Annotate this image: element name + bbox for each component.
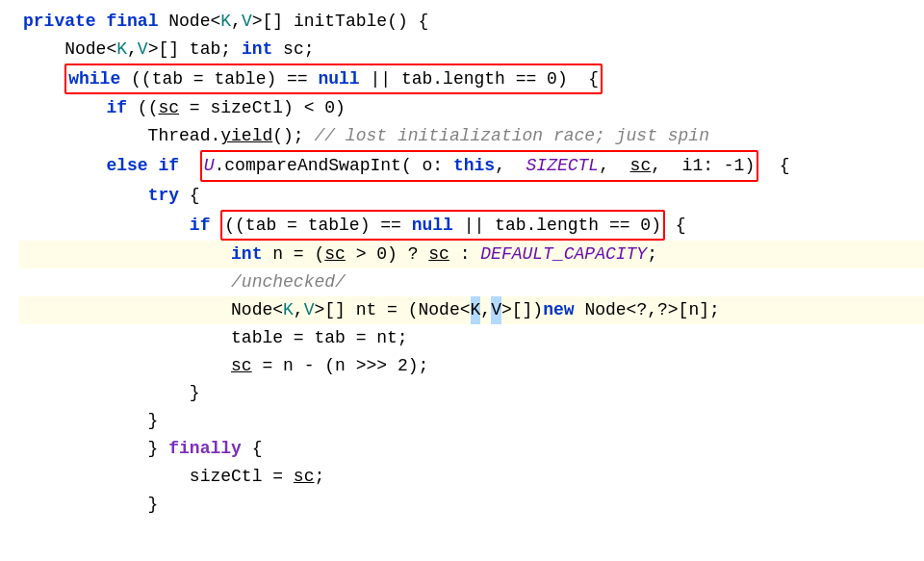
code-line-6: else if U.compareAndSwapInt( o: this, SI… <box>19 150 924 182</box>
code-line-9: int n = (sc > 0) ? sc : DEFAULT_CAPACITY… <box>19 241 924 268</box>
code-line-14: } <box>19 379 924 407</box>
generic-v: V <box>491 296 501 324</box>
if-tab-table-box: ((tab = table) == null || tab.length == … <box>220 210 665 242</box>
code-line-7: try { <box>19 182 924 210</box>
code-line-12: table = tab = nt; <box>19 324 924 352</box>
code-line-17: sizeCtl = sc; <box>19 463 924 491</box>
code-line-4: if ((sc = sizeCtl) < 0) <box>19 94 924 122</box>
code-line-10: /unchecked/ <box>19 268 924 296</box>
kw-final: final <box>106 8 158 36</box>
code-line-11: Node<K,V>[] nt = (Node<K,V>[])new Node<?… <box>19 296 924 324</box>
code-line-18: } <box>19 491 924 519</box>
code-line-13: sc = n - (n >>> 2); <box>19 352 924 380</box>
compare-swap-box: U.compareAndSwapInt( o: this, SIZECTL, s… <box>200 150 759 182</box>
code-line-16: } finally { <box>19 435 924 463</box>
code-line-1: private final Node<K,V>[] initTable() { <box>19 8 924 36</box>
generic-k: K <box>471 296 481 324</box>
kw-private: private <box>23 8 96 36</box>
code-line-15: } <box>19 407 924 435</box>
while-condition-box: while ((tab = table) == null || tab.leng… <box>64 64 603 95</box>
code-line-3: while ((tab = table) == null || tab.leng… <box>19 64 924 95</box>
code-line-5: Thread.yield(); // lost initialization r… <box>19 122 924 150</box>
code-line-2: Node<K,V>[] tab; int sc; <box>19 36 924 64</box>
code-editor: private final Node<K,V>[] initTable() { … <box>0 0 924 561</box>
code-line-8: if ((tab = table) == null || tab.length … <box>19 210 924 242</box>
